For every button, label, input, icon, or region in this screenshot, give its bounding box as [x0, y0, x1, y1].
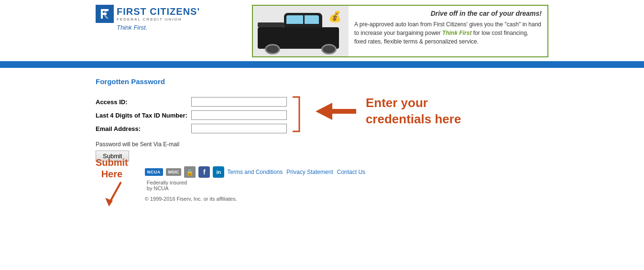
access-id-label: Access ID:: [96, 95, 191, 108]
access-id-cell: [191, 95, 290, 108]
msic-badge: MSIC: [166, 168, 182, 176]
terms-link[interactable]: Terms and Conditions: [227, 169, 283, 175]
submit-annotation-area: SubmitHere: [96, 166, 135, 218]
logo-box: FIRST CITIZENS' FEDERAL CREDIT UNION: [96, 5, 200, 23]
tax-id-cell: [191, 108, 290, 122]
ncua-text: Federally insured by NCUA: [147, 180, 365, 191]
logo-text-area: FIRST CITIZENS' FEDERAL CREDIT UNION: [117, 6, 200, 22]
submit-here-area: SubmitHere: [96, 157, 128, 208]
blue-bar: [0, 61, 644, 68]
main-content: Forgotten Password Access ID: Last 4 Dig…: [0, 68, 644, 162]
footer-badges-links: NCUA MSIC 🔒 f in Terms and Conditions Pr…: [145, 166, 365, 202]
facebook-badge[interactable]: f: [198, 166, 210, 178]
linkedin-badge[interactable]: in: [213, 166, 224, 178]
form-section: Forgotten Password Access ID: Last 4 Dig…: [96, 77, 490, 162]
email-input[interactable]: [191, 124, 287, 133]
form-and-arrow: Access ID: Last 4 Digits of Tax ID Numbe…: [96, 95, 490, 135]
header: FIRST CITIZENS' FEDERAL CREDIT UNION Thi…: [0, 0, 644, 57]
money-bag-icon: 💰: [328, 11, 341, 23]
arrow-head-left: [316, 103, 332, 120]
arrow-shaft: [332, 109, 356, 114]
banner-title: Drive off in the car of your dreams!: [354, 10, 542, 17]
page-wrapper: FIRST CITIZENS' FEDERAL CREDIT UNION Thi…: [0, 0, 644, 218]
form-title: Forgotten Password: [96, 77, 490, 86]
tax-id-label: Last 4 Digits of Tax ID Number:: [96, 108, 191, 122]
credentials-callout: Enter your credentials here: [316, 95, 490, 128]
copyright: © 1999-2016 Fiserv, Inc. or its affiliat…: [145, 196, 365, 202]
tax-id-input[interactable]: [191, 110, 287, 120]
email-label: Email Address:: [96, 122, 191, 135]
submit-here-label: SubmitHere: [96, 157, 128, 180]
banner-body: A pre-approved auto loan from First Citi…: [354, 20, 542, 46]
footer-links: Terms and Conditions Privacy Statement C…: [227, 169, 365, 175]
bracket-svg: [291, 95, 301, 133]
logo-name: FIRST CITIZENS': [117, 6, 200, 17]
footer-inner: SubmitHere NCUA MSIC 🔒 f in Terms: [96, 166, 548, 218]
banner-car-image: 💰: [253, 6, 349, 56]
ncua-badge: NCUA: [145, 168, 163, 176]
logo-icon: [96, 5, 114, 23]
footer-area: SubmitHere NCUA MSIC 🔒 f in Terms: [0, 162, 644, 218]
privacy-link[interactable]: Privacy Statement: [286, 169, 333, 175]
form-table: Access ID: Last 4 Digits of Tax ID Numbe…: [96, 95, 290, 135]
tax-id-row: Last 4 Digits of Tax ID Number:: [96, 108, 290, 122]
banner-ad: 💰 Drive off in the car of your dreams! A…: [252, 5, 548, 57]
password-note: Password will be Sent Via E-mail: [96, 141, 490, 148]
logo-sub: FEDERAL CREDIT UNION: [117, 17, 200, 22]
contact-link[interactable]: Contact Us: [337, 169, 365, 175]
lock-badge: 🔒: [184, 166, 196, 178]
submit-arrow-svg: [99, 180, 128, 208]
access-id-input[interactable]: [191, 97, 287, 107]
email-cell: [191, 122, 290, 135]
email-row: Email Address:: [96, 122, 290, 135]
think-first-link[interactable]: Think First: [442, 30, 471, 36]
footer-badges: NCUA MSIC 🔒 f in Terms and Conditions Pr…: [145, 166, 365, 178]
logo-area: FIRST CITIZENS' FEDERAL CREDIT UNION Thi…: [96, 5, 200, 31]
access-id-row: Access ID:: [96, 95, 290, 108]
banner-text-area: Drive off in the car of your dreams! A p…: [349, 6, 547, 56]
think-first-tagline: Think First.: [96, 24, 147, 31]
credentials-text: Enter your credentials here: [366, 95, 490, 128]
